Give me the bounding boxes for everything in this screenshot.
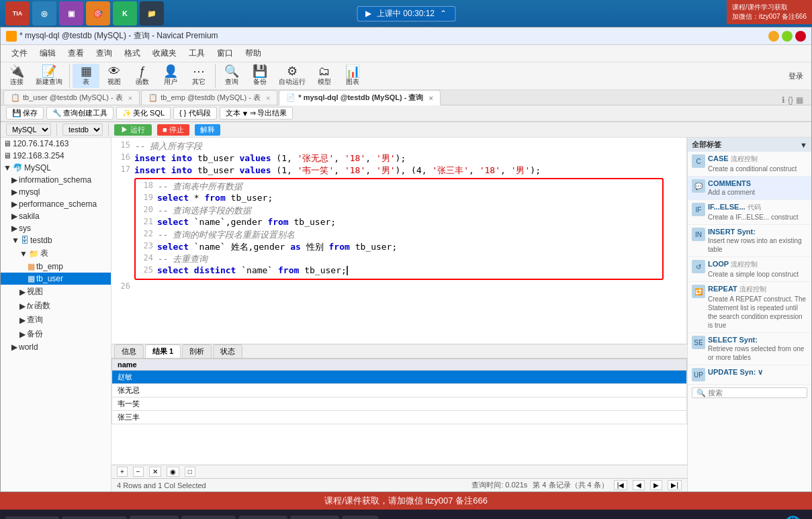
tab-close-3[interactable]: × — [428, 94, 433, 102]
nav-add-button[interactable]: − — [133, 467, 144, 477]
rp-item-select[interactable]: SE SELECT Synt: Retrieve rows selected f… — [688, 333, 811, 365]
tab-tb-user[interactable]: 📋 tb_user @testdb (MySQL) - 表 × — [3, 90, 140, 105]
menu-edit[interactable]: 编辑 — [34, 46, 61, 60]
col-header-name[interactable]: name — [112, 359, 687, 371]
result-tab-info[interactable]: 信息 — [114, 344, 144, 358]
taskbar-item-app6[interactable]: 课程文本... — [290, 516, 339, 520]
prev-page-button[interactable]: ◀ — [633, 480, 645, 490]
sidebar-item-tb-user[interactable]: ▦ tb_user — [1, 273, 111, 285]
maximize-button[interactable] — [782, 31, 793, 42]
taskbar-icon-2[interactable]: ◎ — [32, 1, 56, 26]
sidebar-item-tb-emp[interactable]: ▦ tb_emp — [1, 261, 111, 273]
sidebar-item-functions[interactable]: ▶ fx 函数 — [1, 299, 111, 313]
menu-favorites[interactable]: 收藏夹 — [147, 46, 182, 60]
table-row[interactable]: 韦一笑 — [112, 397, 687, 411]
toolbar-backup[interactable]: 💾 备份 — [246, 64, 273, 88]
first-page-button[interactable]: |◀ — [614, 480, 628, 490]
toolbar-autorun[interactable]: ⚙ 自动运行 — [275, 64, 310, 88]
rp-item-loop[interactable]: ↺ LOOP 流程控制 Create a simple loop constru… — [688, 257, 811, 282]
tab-close[interactable]: × — [128, 94, 132, 102]
minimize-button[interactable] — [768, 31, 779, 42]
explain-button[interactable]: 解释 — [195, 124, 220, 136]
sidebar-item-performance-schema[interactable]: ▶ performance_schema — [1, 198, 111, 210]
last-page-button[interactable]: ▶| — [668, 480, 682, 490]
save-button[interactable]: 💾 保存 — [6, 107, 44, 120]
query-builder-button[interactable]: 🔧 查询创建工具 — [46, 107, 114, 120]
toolbar-query[interactable]: 🔍 查询 — [218, 64, 245, 88]
run-button[interactable]: ▶ 运行 — [114, 124, 152, 136]
toolbar-other[interactable]: ⋯ 其它 — [185, 64, 212, 88]
next-page-button[interactable]: ▶ — [650, 480, 662, 490]
beautify-button[interactable]: ✨ 美化 SQL — [116, 107, 171, 120]
rp-item-insert[interactable]: IN INSERT Synt: Insert new rows into an … — [688, 225, 811, 257]
toolbar-connect[interactable]: 🔌 连接 — [3, 64, 30, 88]
menu-view[interactable]: 查看 — [62, 46, 89, 60]
sql-editor[interactable]: 15 -- 插入所有字段 16 insert into tb_user valu… — [111, 138, 687, 344]
close-button[interactable] — [795, 31, 806, 42]
taskbar-icon-5[interactable]: K — [113, 1, 137, 26]
rp-item-update[interactable]: UP UPDATE Syn: ∨ — [688, 365, 811, 385]
toolbar-view[interactable]: 👁 视图 — [101, 64, 128, 88]
rp-item-comments[interactable]: 💬 COMMENTS Add a comment — [688, 177, 811, 200]
taskbar-icon-4[interactable]: 🎯 — [86, 1, 110, 26]
rp-search-input[interactable] — [692, 387, 807, 398]
code-snippet-button[interactable]: { } 代码段 — [173, 107, 216, 120]
login-btn[interactable]: 登录 — [783, 70, 809, 83]
stop-button[interactable]: ■ 停止 — [157, 124, 189, 136]
sidebar-item-backups[interactable]: ▶ 备份 — [1, 327, 111, 341]
nav-prev-button[interactable]: + — [117, 467, 128, 477]
menu-query[interactable]: 查询 — [91, 46, 118, 60]
table-row[interactable]: 张三丰 — [112, 411, 687, 424]
menu-window[interactable]: 窗口 — [212, 46, 238, 60]
sidebar-item-sys[interactable]: ▶ sys — [1, 222, 111, 234]
nav-search-button[interactable]: □ — [185, 467, 195, 477]
tab-close-2[interactable]: × — [266, 94, 270, 102]
tab-tb-emp[interactable]: 📋 tb_emp @testdb (MySQL) - 表 × — [141, 90, 277, 105]
taskbar-item-app4[interactable]: 360安全建... — [181, 516, 236, 520]
table-row[interactable]: 赵敏 — [112, 371, 687, 384]
sidebar-item-views[interactable]: ▶ 视图 — [1, 285, 111, 299]
result-tab-profile[interactable]: 剖析 — [182, 344, 212, 358]
sidebar-item-mysql-db[interactable]: ▶ mysql — [1, 186, 111, 198]
sidebar-item-connection1[interactable]: 🖥 120.76.174.163 — [1, 138, 111, 150]
sidebar-item-queries[interactable]: ▶ 查询 — [1, 313, 111, 327]
rp-item-case[interactable]: C CASE 流程控制 Create a conditional constru… — [688, 152, 811, 177]
toolbar-chart[interactable]: 📊 图表 — [339, 64, 366, 88]
toolbar-table[interactable]: ▦ 表 — [73, 64, 99, 88]
rp-item-repeat[interactable]: 🔁 REPEAT 流程控制 Create A REPEAT construct.… — [688, 282, 811, 333]
sidebar-item-information-schema[interactable]: ▶ information_schema — [1, 174, 111, 186]
table-row[interactable]: 张无忌 — [112, 384, 687, 397]
result-tab-status[interactable]: 状态 — [213, 344, 242, 358]
menu-help[interactable]: 帮助 — [240, 46, 267, 60]
toolbar-function[interactable]: ƒ 函数 — [129, 64, 156, 88]
database-selector[interactable]: testdb — [62, 124, 103, 136]
dialect-selector[interactable]: MySQL — [6, 124, 51, 136]
taskbar-icon-1[interactable]: TIA — [5, 1, 30, 26]
taskbar-icon-6[interactable]: 📁 — [140, 1, 164, 26]
menu-tools[interactable]: 工具 — [183, 46, 210, 60]
sidebar-item-tables-folder[interactable]: ▼ 📁 表 — [1, 246, 111, 261]
taskbar-icon-3[interactable]: ▣ — [59, 1, 83, 26]
sidebar-item-testdb[interactable]: ▼ 🗄 testdb — [1, 234, 111, 246]
tab-mysql-dql[interactable]: 📄 * mysql-dql @testdb (MySQL) - 查询 × — [279, 90, 441, 105]
toolbar-new-query[interactable]: 📝 新建查询 — [32, 64, 66, 88]
taskbar-item-sim[interactable]: S7PLCSIM V16 — [62, 516, 127, 519]
taskbar-item-server[interactable]: KEPServe... — [5, 516, 59, 519]
toolbar-model[interactable]: 🗂 模型 — [311, 64, 338, 88]
nav-delete-button[interactable]: ✕ — [149, 467, 161, 477]
sidebar-item-sakila[interactable]: ▶ sakila — [1, 210, 111, 222]
toolbar-user[interactable]: 👤 用户 — [157, 64, 184, 88]
taskbar-item-app7[interactable]: 福昕txt — [342, 516, 378, 520]
sidebar-item-mysql[interactable]: ▼ 🐬 MySQL — [1, 162, 111, 174]
menu-file[interactable]: 文件 — [6, 46, 33, 60]
menu-format[interactable]: 格式 — [119, 46, 146, 60]
text-button[interactable]: 文本 ▼ ⇒ 导出结果 — [220, 107, 294, 120]
taskbar-item-app5[interactable]: 课程文本... — [238, 516, 287, 520]
sidebar-item-world[interactable]: ▶ world — [1, 341, 111, 353]
rp-dropdown-icon[interactable]: ▼ — [800, 141, 807, 149]
result-tab-result1[interactable]: 结果 1 — [145, 344, 181, 358]
rp-item-if-else[interactable]: IF IF...ELSE... 代码 Create a IF...ELSE...… — [688, 200, 811, 225]
nav-refresh-button[interactable]: ◉ — [167, 467, 179, 477]
taskbar-item-app3[interactable]: 証書管理... — [130, 516, 179, 520]
sidebar-item-connection2[interactable]: 🖥 192.168.3.254 — [1, 150, 111, 162]
